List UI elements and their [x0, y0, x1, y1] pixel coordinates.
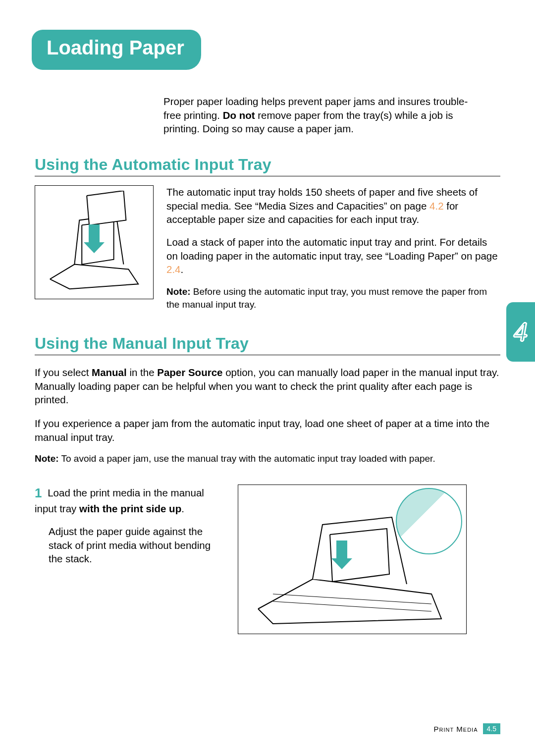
auto-paragraph-2: Load a stack of paper into the automatic…	[166, 235, 500, 276]
note-label: Note:	[166, 286, 191, 297]
auto-note: Note: Before using the automatic input t…	[166, 285, 500, 311]
manual-page: Loading Paper Proper paper loading helps…	[0, 0, 535, 756]
chapter-number: 4	[514, 317, 528, 347]
manual-note-text: To avoid a paper jam, use the manual tra…	[59, 453, 435, 464]
footer-page-number: 4.5	[483, 723, 500, 734]
step-1-paragraph-b: Adjust the paper guide against the stack…	[49, 525, 223, 566]
step-1-paragraph-a: 1 Load the print media in the manual inp…	[35, 485, 223, 516]
page-title-badge: Loading Paper	[32, 30, 201, 70]
auto-paragraph-1: The automatic input tray holds 150 sheet…	[166, 185, 500, 226]
step-1-text: 1 Load the print media in the manual inp…	[35, 485, 223, 634]
automatic-tray-row: The automatic input tray holds 150 sheet…	[35, 185, 500, 320]
page-title: Loading Paper	[47, 37, 184, 58]
divider	[35, 176, 500, 176]
figure-automatic-tray	[35, 185, 154, 299]
intro-paragraph: Proper paper loading helps prevent paper…	[163, 95, 476, 136]
step-number: 1	[35, 486, 42, 500]
manual-paragraph-1: If you select Manual in the Paper Source…	[35, 366, 500, 407]
down-arrow-icon	[336, 540, 347, 560]
step-1-row: 1 Load the print media in the manual inp…	[35, 485, 500, 634]
zoom-detail-icon	[396, 488, 462, 554]
manual-paragraph-2: If you experience a paper jam from the a…	[35, 417, 500, 444]
auto-note-text: Before using the automatic input tray, y…	[166, 286, 487, 310]
heading-automatic-input-tray: Using the Automatic Input Tray	[35, 156, 500, 174]
page-ref-2-4[interactable]: 2.4	[166, 264, 181, 275]
intro-bold: Do not	[223, 109, 255, 121]
footer-section-label: Print Media	[434, 725, 478, 733]
manual-note: Note: To avoid a paper jam, use the manu…	[35, 452, 500, 465]
divider	[35, 355, 500, 355]
page-footer: Print Media 4.5	[434, 723, 501, 734]
note-label: Note:	[35, 453, 59, 464]
chapter-tab: 4	[506, 302, 535, 362]
down-arrow-icon	[89, 224, 100, 244]
heading-manual-input-tray: Using the Manual Input Tray	[35, 334, 500, 353]
figure-manual-tray	[238, 485, 467, 634]
automatic-tray-text: The automatic input tray holds 150 sheet…	[166, 185, 500, 320]
page-ref-4-2[interactable]: 4.2	[429, 200, 444, 212]
